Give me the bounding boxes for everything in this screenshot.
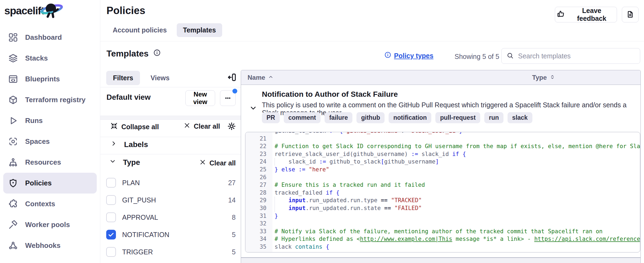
- column-header-name[interactable]: Name: [248, 74, 273, 81]
- search-input[interactable]: [518, 52, 635, 60]
- collapse-panel-icon[interactable]: [227, 72, 237, 82]
- filter-option-git_push[interactable]: GIT_PUSH14: [106, 191, 236, 209]
- sidebar-item-runs[interactable]: Runs: [3, 110, 97, 131]
- policies-icon: [8, 178, 18, 188]
- collapse-all-label: Collapse all: [121, 123, 159, 131]
- view-more-button[interactable]: [220, 90, 236, 106]
- sidebar-item-webhooks[interactable]: Webhooks: [3, 235, 97, 256]
- code-line: 28tracked_failed if {: [245, 189, 640, 197]
- filter-option-plan[interactable]: PLAN27: [106, 174, 236, 191]
- clear-all-button[interactable]: Clear all: [184, 122, 220, 130]
- sidebar-item-spaces[interactable]: Spaces: [3, 131, 97, 152]
- new-view-button[interactable]: New view: [185, 90, 215, 106]
- registry-icon: [8, 95, 18, 105]
- collapse-all-icon: [110, 122, 118, 131]
- filter-option-label: GIT_PUSH: [122, 196, 156, 204]
- tag-pr[interactable]: PR: [262, 112, 280, 123]
- divider: [100, 137, 241, 137]
- leave-feedback-button[interactable]: Leave feedback: [555, 7, 617, 22]
- labels-section-title: Labels: [124, 140, 148, 149]
- tag-failure[interactable]: failure: [325, 112, 352, 123]
- chevron-right-icon: [110, 140, 117, 149]
- sidebar-item-terraform-registry[interactable]: Terraform registry: [3, 89, 97, 110]
- filter-option-approval[interactable]: APPROVAL8: [106, 209, 236, 226]
- panel-band: [100, 116, 241, 120]
- sidebar-item-stacks[interactable]: Stacks: [3, 48, 97, 69]
- filter-option-count: 5: [232, 248, 236, 256]
- line-number: 22: [245, 142, 272, 150]
- sidebar-item-policies[interactable]: Policies: [3, 173, 97, 194]
- spacelift-planet-icon: [40, 1, 64, 19]
- gear-icon[interactable]: [227, 122, 237, 131]
- type-clear-all-button[interactable]: Clear all: [199, 159, 236, 167]
- sidebar-item-worker-pools[interactable]: Worker pools: [3, 214, 97, 235]
- code-line: 29input.run_updated.run.type == "TRACKED…: [245, 197, 640, 204]
- filter-option-label: NOTIFICATION: [122, 231, 169, 239]
- type-column-label: Type: [532, 74, 547, 81]
- sidebar-item-label: Contexts: [25, 200, 55, 208]
- search-box: [501, 48, 640, 64]
- showing-count: Showing 5 of 5: [455, 53, 499, 61]
- line-number: 30: [245, 204, 272, 212]
- spacelift-logo[interactable]: spacelift: [4, 1, 64, 19]
- sidebar-item-resources[interactable]: Resources: [3, 152, 97, 173]
- line-number: 31: [245, 212, 272, 220]
- row-expand-chevron[interactable]: [249, 104, 257, 112]
- tab-filters[interactable]: Filters: [106, 71, 140, 85]
- info-icon[interactable]: [153, 49, 161, 59]
- sidebar-item-label: Resources: [25, 158, 61, 167]
- line-number: 35: [245, 243, 272, 251]
- thumbs-up-icon: [557, 10, 565, 19]
- policy-types-link[interactable]: Policy types: [384, 51, 433, 60]
- documentation-button[interactable]: [622, 7, 639, 22]
- view-name: Default view: [106, 93, 151, 102]
- sidebar-item-partial[interactable]: [3, 256, 97, 263]
- checkbox-unchecked[interactable]: [106, 178, 116, 188]
- sidebar-item-label: Stacks: [25, 54, 48, 62]
- header-divider: [100, 41, 644, 41]
- search-icon: [506, 52, 514, 60]
- sidebar-item-label: Spaces: [25, 137, 50, 146]
- divider: [100, 154, 241, 154]
- tag-github[interactable]: github: [356, 112, 385, 123]
- spacelift-logo-text: spacelift: [4, 2, 44, 19]
- sidebar-item-contexts[interactable]: Contexts: [3, 194, 97, 214]
- tag-comment[interactable]: comment: [284, 112, 321, 123]
- collapse-all-button[interactable]: Collapse all: [110, 122, 159, 131]
- filter-section-type[interactable]: Type: [109, 158, 140, 167]
- tab-templates[interactable]: Templates: [177, 23, 222, 37]
- filter-option-count: 27: [228, 179, 236, 187]
- table-header: Name Type: [241, 70, 640, 85]
- checkbox-unchecked[interactable]: [106, 212, 116, 222]
- spaces-icon: [8, 137, 18, 147]
- templates-table: Name Type Notification to Author of Stac…: [241, 70, 641, 258]
- tab-account-policies[interactable]: Account policies: [106, 23, 173, 37]
- checkbox-unchecked[interactable]: [106, 247, 116, 257]
- sidebar-nav: DashboardStacksBlueprintsTerraform regis…: [0, 27, 100, 263]
- column-header-type[interactable]: Type: [532, 74, 555, 81]
- next-row-partial: [241, 258, 641, 263]
- webhooks-icon: [8, 241, 18, 251]
- code-line: github_to_slack := {"github_username": "…: [245, 132, 640, 135]
- policy-row: Notification to Author of Stack Failure …: [241, 85, 640, 257]
- code-line: 24slack_id := github_to_slack[github_use…: [245, 158, 640, 166]
- line-number: 28: [245, 189, 272, 197]
- policy-title[interactable]: Notification to Author of Stack Failure: [262, 90, 398, 99]
- filter-option-notification[interactable]: NOTIFICATION5: [106, 226, 236, 243]
- checkbox-unchecked[interactable]: [106, 195, 116, 205]
- code-line: 34# Hyperlinks defined as <http://www.ex…: [245, 235, 640, 243]
- info-circle-icon: [384, 51, 391, 60]
- tag-run[interactable]: run: [484, 112, 503, 123]
- tag-pull-request[interactable]: pull-request: [435, 112, 480, 123]
- filter-section-labels[interactable]: Labels: [110, 140, 148, 149]
- sidebar-item-blueprints[interactable]: Blueprints: [3, 69, 97, 89]
- type-clear-all-label: Clear all: [209, 159, 236, 167]
- sidebar-item-dashboard[interactable]: Dashboard: [3, 27, 97, 48]
- checkbox-checked[interactable]: [106, 230, 116, 239]
- line-number: [245, 132, 272, 135]
- tab-views[interactable]: Views: [144, 71, 176, 85]
- filter-option-trigger[interactable]: TRIGGER5: [106, 243, 236, 261]
- notification-dot: [232, 89, 237, 94]
- tag-notification[interactable]: notification: [389, 112, 431, 123]
- tag-slack[interactable]: slack: [508, 112, 532, 123]
